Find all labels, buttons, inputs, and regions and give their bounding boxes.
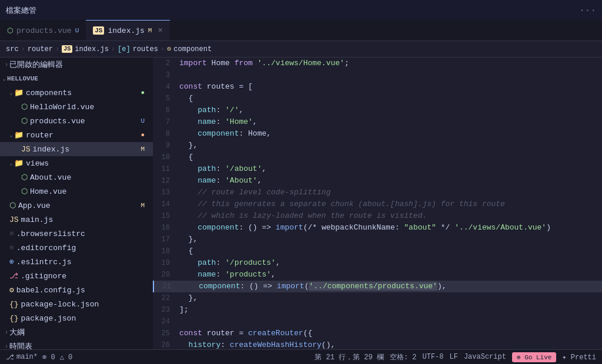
status-prettier[interactable]: ✦ Pretti xyxy=(562,353,596,362)
package-lock-label: package-lock.json xyxy=(21,300,148,309)
line-content: }, xyxy=(179,140,590,151)
line-content: ]; xyxy=(179,304,590,316)
sidebar-components-folder[interactable]: ⌄ 📁 components ● xyxy=(0,86,153,100)
sidebar-gitignore[interactable]: ⎇ .gitignore xyxy=(0,269,153,283)
chevron-down-icon-views: ⌄ xyxy=(9,160,13,167)
sidebar-products-vue[interactable]: ⬡ products.vue U xyxy=(0,114,153,128)
index-js-label: index.js xyxy=(33,145,141,154)
status-spaces[interactable]: 空格: 2 xyxy=(390,352,417,362)
tab-label-index: index.js xyxy=(108,26,144,35)
sidebar-browserslistrc[interactable]: ≡ .browserslistrc xyxy=(0,227,153,241)
code-line-15: 15 // which is lazy-loaded when the rout… xyxy=(153,210,602,222)
tab-index-js[interactable]: JS index.js M × xyxy=(86,20,170,41)
status-errors[interactable]: ⊗ 0 xyxy=(42,353,55,362)
line-content: name: 'About', xyxy=(179,175,590,187)
line-content: component: () => import('../components/p… xyxy=(180,281,590,292)
code-line-8: 8 component: Home, xyxy=(153,128,602,140)
sidebar-editorconfig[interactable]: ≡ .editorconfig xyxy=(0,241,153,255)
folder-icon-views: 📁 xyxy=(14,159,24,168)
sidebar-router-folder[interactable]: ⌄ 📁 router ● xyxy=(0,128,153,142)
code-line-19: 19 path: '/products', xyxy=(153,257,602,269)
sidebar-outline[interactable]: › 大綱 xyxy=(0,325,153,339)
folder-icon-components: 📁 xyxy=(14,88,24,97)
components-dot-badge: ● xyxy=(141,89,148,96)
branch-icon: ⎇ xyxy=(6,353,14,362)
code-line-13: 13 // route level code-splitting xyxy=(153,187,602,198)
sidebar-package-json[interactable]: {} package.json xyxy=(0,311,153,325)
chevron-right-timeline: › xyxy=(5,343,8,350)
status-warnings[interactable]: △ 0 xyxy=(60,353,73,362)
line-number: 22 xyxy=(153,292,179,304)
router-folder-label: router xyxy=(26,131,141,140)
breadcrumb-component[interactable]: component xyxy=(173,45,212,53)
line-content: // this generates a separate chunk (abou… xyxy=(179,198,590,210)
chevron-right-icon: › xyxy=(5,62,8,68)
go-live-button[interactable]: ⊕ Go Live xyxy=(512,352,556,362)
js-icon-main: JS xyxy=(9,215,19,224)
tab-close-button[interactable]: × xyxy=(158,26,162,35)
sidebar-babel-config[interactable]: ⚙ babel.config.js xyxy=(0,283,153,297)
sidebar-index-js[interactable]: JS index.js M xyxy=(0,142,153,156)
line-content: component: Home, xyxy=(179,128,590,140)
sidebar-open-editors[interactable]: › 已開啟的編輯器 xyxy=(0,58,153,72)
helloworld-label: HelloWorld.vue xyxy=(30,103,148,112)
products-badge: U xyxy=(141,117,148,124)
open-editors-section: › 已開啟的編輯器 xyxy=(0,58,153,72)
line-number: 11 xyxy=(153,163,179,175)
line-number: 3 xyxy=(153,69,179,81)
line-content: path: '/about', xyxy=(179,163,590,175)
sidebar-hellovue[interactable]: ⌄ HELLOVUE xyxy=(0,72,153,86)
code-line-6: 6 path: '/', xyxy=(153,105,602,116)
breadcrumb-indexjs[interactable]: index.js xyxy=(75,45,109,53)
sidebar-views-folder[interactable]: ⌄ 📁 views xyxy=(0,156,153,170)
tab-badge-products: U xyxy=(75,27,79,34)
status-branch[interactable]: ⎇ main* xyxy=(6,353,38,362)
status-language[interactable]: JavaScript xyxy=(464,353,506,361)
package-json-icon: {} xyxy=(9,314,19,323)
tab-products-vue[interactable]: ⬡ products.vue U xyxy=(0,20,86,41)
sidebar-timeline[interactable]: › 時間表 xyxy=(0,339,153,349)
code-editor[interactable]: 2import Home from '../views/Home.vue';34… xyxy=(153,58,602,349)
code-line-7: 7 name: 'Home', xyxy=(153,116,602,128)
line-content: { xyxy=(179,245,590,257)
gitignore-label: .gitignore xyxy=(21,272,148,281)
line-number: 10 xyxy=(153,151,179,163)
code-line-2: 2import Home from '../views/Home.vue'; xyxy=(153,58,602,69)
status-position[interactable]: 第 21 行，第 29 欄 xyxy=(315,352,384,362)
sidebar-about-vue[interactable]: ⬡ About.vue xyxy=(0,170,153,184)
status-encoding[interactable]: UTF-8 xyxy=(422,353,443,361)
code-line-24: 24 xyxy=(153,316,602,328)
sidebar-home-vue[interactable]: ⬡ Home.vue xyxy=(0,184,153,198)
sidebar-app-vue[interactable]: ⬡ App.vue M xyxy=(0,198,153,213)
code-line-17: 17 }, xyxy=(153,234,602,245)
line-content: import Home from '../views/Home.vue'; xyxy=(179,58,590,69)
sidebar-main-js[interactable]: JS main.js xyxy=(0,213,153,227)
line-content: component: () => import(/* webpackChunkN… xyxy=(179,222,590,234)
vue-icon-products: ⬡ xyxy=(21,116,28,126)
tab-badge-index: M xyxy=(148,27,152,34)
line-number: 7 xyxy=(153,116,179,128)
vue-file-icon: ⬡ xyxy=(7,26,13,35)
sidebar-helloworld-vue[interactable]: ⬡ HelloWorld.vue xyxy=(0,100,153,114)
breadcrumb-src[interactable]: src xyxy=(6,45,19,53)
breadcrumb-js-icon: JS xyxy=(62,45,72,53)
sidebar-package-lock[interactable]: {} package-lock.json xyxy=(0,297,153,311)
tab-bar: ⬡ products.vue U JS index.js M × xyxy=(0,21,602,41)
editorconfig-icon: ≡ xyxy=(9,244,14,252)
line-number: 9 xyxy=(153,140,179,151)
line-content: const routes = [ xyxy=(179,81,590,93)
sidebar-eslintrc[interactable]: ⊕ .eslintrc.js xyxy=(0,255,153,269)
code-line-4: 4const routes = [ xyxy=(153,81,602,93)
breadcrumb-routes[interactable]: routes xyxy=(133,45,158,53)
line-number: 14 xyxy=(153,198,179,210)
vue-icon-home: ⬡ xyxy=(21,187,28,196)
status-line-ending[interactable]: LF xyxy=(450,353,458,361)
title-bar-dots[interactable]: ··· xyxy=(579,5,596,16)
chevron-down-icon-components: ⌄ xyxy=(9,89,13,96)
main-js-label: main.js xyxy=(21,215,148,224)
code-line-20: 20 name: 'products', xyxy=(153,269,602,281)
breadcrumb-router[interactable]: router xyxy=(28,45,53,53)
line-number: 26 xyxy=(153,339,179,349)
code-line-25: 25const router = createRouter({ xyxy=(153,328,602,339)
breadcrumb-component-icon: ⊙ xyxy=(167,45,171,53)
